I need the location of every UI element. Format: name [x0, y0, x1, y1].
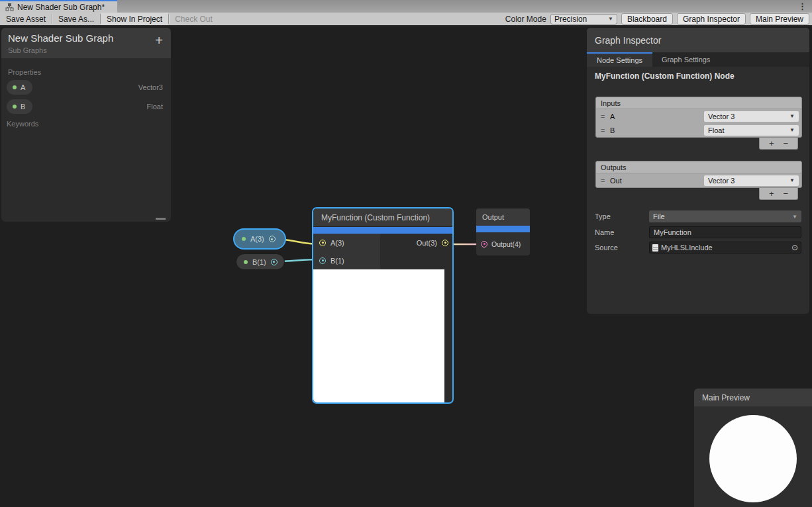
main-preview-header[interactable]: Main Preview	[694, 389, 812, 406]
property-node-label: A(3)	[250, 235, 264, 243]
input-port-row: A(3)	[313, 234, 380, 252]
node-title[interactable]: Output	[476, 208, 530, 226]
type-row: Type File ▼	[595, 210, 801, 222]
input-b-type-dropdown[interactable]: Float ▼	[704, 125, 799, 136]
port-icon[interactable]	[319, 240, 326, 246]
output-port-row: Out(3)	[380, 234, 452, 252]
input-port-label: Output(4)	[491, 240, 521, 248]
list-row[interactable]: = A Vector 3 ▼	[596, 109, 801, 123]
remove-input-button[interactable]: −	[783, 139, 788, 148]
list-row[interactable]: = Out Vector 3 ▼	[596, 173, 801, 187]
properties-section-label: Properties	[8, 68, 41, 76]
property-color-dot	[13, 105, 17, 109]
color-mode-label: Color Mode	[505, 15, 546, 24]
shader-preview-sphere	[709, 415, 797, 502]
name-input[interactable]: MyFunction	[649, 226, 801, 238]
output-type-dropdown[interactable]: Vector 3 ▼	[704, 175, 799, 186]
inputs-list-header: Inputs	[596, 97, 801, 109]
inspector-title: Graph Inspector	[595, 35, 661, 46]
port-icon[interactable]	[319, 257, 326, 264]
main-preview-panel: Main Preview	[694, 389, 812, 507]
port-icon[interactable]	[481, 241, 487, 248]
kebab-menu-icon[interactable]: ⋮	[798, 1, 807, 12]
custom-function-node[interactable]: MyFunction (Custom Function) A(3) B(1) O…	[312, 207, 454, 404]
input-a-type-dropdown[interactable]: Vector 3 ▼	[704, 111, 799, 122]
chevron-down-icon: ▼	[789, 113, 795, 119]
drag-handle-icon[interactable]: =	[601, 177, 610, 185]
property-node-a[interactable]: A(3)	[233, 228, 286, 250]
chevron-down-icon: ▼	[608, 16, 613, 22]
row-name: A	[610, 113, 615, 120]
subgraph-asset-icon	[5, 3, 14, 11]
blackboard-property-a[interactable]: A	[7, 80, 32, 95]
outputs-list: Outputs = Out Vector 3 ▼	[595, 161, 802, 188]
remove-output-button[interactable]: −	[783, 189, 788, 199]
graph-inspector-toggle-button[interactable]: Graph Inspector	[677, 13, 746, 24]
dropdown-value: Vector 3	[708, 113, 735, 120]
port-icon[interactable]	[271, 259, 278, 265]
file-icon	[652, 244, 658, 252]
inspector-tabs: Node Settings Graph Settings	[587, 52, 809, 67]
source-value: MyHLSLInclude	[661, 244, 713, 252]
property-node-b[interactable]: B(1)	[236, 254, 285, 270]
inspector-header[interactable]: Graph Inspector	[587, 28, 809, 52]
shader-graph-window: New Shader Sub Graph* ⋮ Save Asset Save …	[0, 0, 812, 507]
chevron-down-icon: ▼	[789, 127, 795, 133]
tab-new-shader-sub-graph[interactable]: New Shader Sub Graph*	[0, 0, 117, 13]
output-node[interactable]: Output Output(4)	[476, 208, 530, 255]
chevron-down-icon: ▼	[789, 177, 795, 183]
node-precision-strip	[313, 227, 452, 234]
input-port-label: A(3)	[330, 239, 344, 247]
graph-inspector-panel: Graph Inspector Node Settings Graph Sett…	[587, 28, 809, 314]
blackboard-subtitle: Sub Graphs	[8, 46, 47, 54]
drag-handle-icon[interactable]: =	[601, 126, 610, 134]
object-picker-icon[interactable]: ⊙	[791, 243, 798, 252]
type-dropdown[interactable]: File ▼	[649, 210, 801, 222]
blackboard-property-b[interactable]: B	[7, 99, 32, 114]
add-property-button[interactable]: +	[155, 34, 163, 47]
property-color-dot	[244, 260, 248, 264]
color-mode-value: Precision	[554, 15, 587, 24]
graph-canvas[interactable]: New Shader Sub Graph Sub Graphs + Proper…	[0, 26, 812, 507]
blackboard-title: New Shader Sub Graph	[8, 32, 113, 44]
source-object-field[interactable]: MyHLSLInclude ⊙	[649, 242, 801, 254]
add-output-button[interactable]: +	[769, 189, 774, 199]
type-label: Type	[595, 212, 649, 220]
property-a-type: Vector3	[138, 83, 163, 91]
blackboard-header[interactable]: New Shader Sub Graph Sub Graphs +	[1, 28, 171, 58]
node-title[interactable]: MyFunction (Custom Function)	[313, 208, 452, 227]
node-precision-strip	[476, 226, 530, 232]
property-node-label: B(1)	[252, 258, 266, 266]
port-icon[interactable]	[269, 236, 276, 242]
property-b-type: Float	[147, 103, 163, 111]
row-name: Out	[610, 177, 622, 185]
dropdown-value: Vector 3	[708, 177, 735, 185]
source-row: Source MyHLSLInclude ⊙	[595, 242, 801, 254]
color-mode-dropdown[interactable]: Precision ▼	[550, 14, 617, 24]
dropdown-value: File	[653, 212, 665, 220]
resize-handle[interactable]	[156, 218, 166, 220]
save-as-button[interactable]: Save As...	[52, 13, 100, 25]
tab-bar: New Shader Sub Graph* ⋮	[0, 0, 812, 13]
tab-node-settings[interactable]: Node Settings	[587, 52, 652, 67]
inspected-node-title: MyFunction (Custom Function) Node	[595, 71, 735, 81]
blackboard-toggle-button[interactable]: Blackboard	[621, 13, 673, 24]
port-icon[interactable]	[442, 240, 448, 246]
row-name: B	[610, 126, 615, 134]
tab-graph-settings[interactable]: Graph Settings	[652, 52, 719, 67]
name-label: Name	[595, 228, 649, 236]
keywords-section-label: Keywords	[7, 120, 38, 128]
dropdown-value: Float	[708, 126, 724, 134]
toolbar: Save Asset Save As... Show In Project Ch…	[0, 13, 812, 26]
tab-title: New Shader Sub Graph*	[17, 3, 105, 12]
save-asset-button[interactable]: Save Asset	[0, 13, 52, 25]
inputs-list-footer: + −	[759, 138, 798, 150]
list-row[interactable]: = B Float ▼	[596, 123, 801, 137]
node-output-column: Out(3)	[380, 234, 452, 269]
main-preview-toggle-button[interactable]: Main Preview	[750, 13, 809, 24]
drag-handle-icon[interactable]: =	[601, 113, 610, 120]
add-input-button[interactable]: +	[769, 139, 774, 148]
show-in-project-button[interactable]: Show In Project	[101, 13, 168, 25]
source-label: Source	[595, 244, 649, 252]
input-port-row: B(1)	[313, 252, 380, 269]
